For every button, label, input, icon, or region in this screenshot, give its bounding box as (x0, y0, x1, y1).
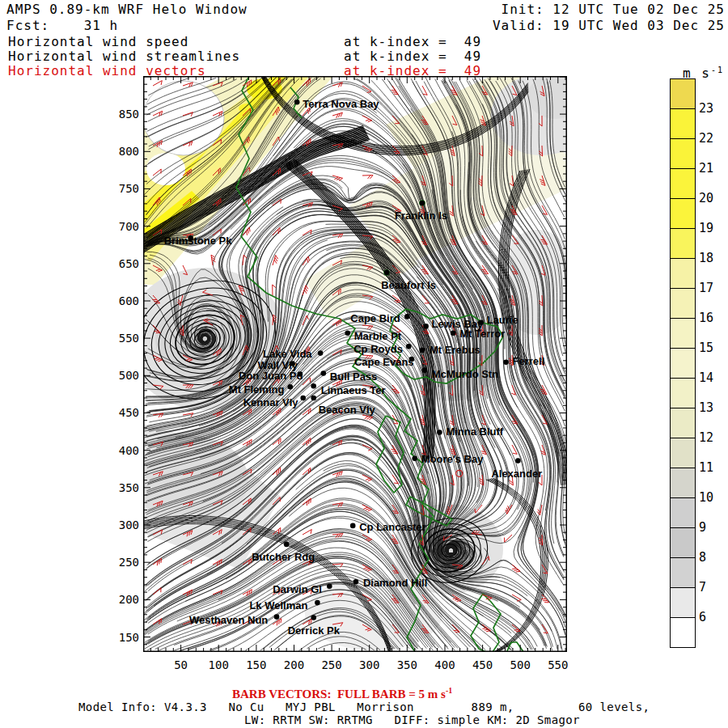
plot-title: AMPS 0.89-km WRF Helo Window (6, 2, 248, 17)
station-dot (412, 456, 417, 462)
station-dot (311, 383, 316, 389)
colorbar-tick-label: 23 (699, 101, 713, 116)
x-tick-label: 250 (314, 658, 349, 671)
station-dot (288, 384, 294, 390)
colorbar-tick-label: 13 (699, 400, 713, 415)
station-label: Lk Wellman (249, 599, 307, 612)
y-tick-label: 150 (102, 631, 139, 644)
field-level-speed: at k-index = 49 (344, 35, 481, 49)
station-label: Cape Bird (350, 312, 400, 324)
x-tick-label: 100 (201, 658, 236, 671)
station-label: Westhaven Nun (189, 614, 268, 626)
station-label: Beacon Vly (319, 404, 376, 416)
colorbar-cell (671, 319, 695, 349)
field-label-speed: Horizontal wind speed (8, 35, 188, 49)
colorbar-tick-label: 20 (699, 191, 713, 205)
station-dot (478, 320, 484, 325)
colorbar-tick-label: 17 (699, 281, 713, 295)
station-dot (284, 542, 290, 548)
station-dot (437, 430, 442, 435)
station-label: Derrick Pk (288, 624, 341, 637)
station-dot (294, 99, 300, 105)
colorbar-tick-label: 19 (699, 221, 713, 235)
colorbar-tick-label: 21 (699, 161, 713, 176)
station-dot (423, 324, 429, 329)
x-tick-label: 150 (239, 658, 274, 671)
amps-wrf-plot-page: AMPS 0.89-km WRF Helo Window Fcst: 31 h … (0, 0, 728, 728)
colorbar-cell (671, 289, 695, 319)
y-tick-label: 300 (102, 518, 139, 531)
x-tick-label: 300 (352, 658, 387, 671)
station-label: Diamond Hill (363, 577, 427, 589)
station-label: Minna Bluff (446, 425, 503, 438)
station-dot (315, 600, 320, 606)
colorbar-cell (671, 438, 695, 468)
map-plot-area: Terra Nova BayBrimstone PkFranklin IsBea… (143, 76, 567, 652)
y-tick-label: 450 (102, 406, 139, 419)
station-dot (321, 370, 327, 376)
x-tick-label: 500 (502, 658, 538, 671)
station-dot (420, 201, 425, 206)
station-label: Darwin Gl (273, 583, 322, 595)
colorbar-cell (671, 109, 695, 139)
y-tick-label: 600 (102, 294, 139, 307)
colorbar-cell (671, 408, 695, 438)
station-label: Mt Fleming (229, 383, 285, 396)
station-label: Terra Nova Bay (303, 98, 379, 110)
colorbar-tick-label: 12 (699, 430, 713, 445)
model-info-line2: LW: RRTM SW: RRTMG DIFF: simple KM: 2D S… (244, 713, 580, 726)
station-label: Bull Pass (330, 370, 378, 383)
x-tick-label: 350 (389, 658, 425, 671)
station-label: Beaufort Is (381, 279, 436, 291)
station-dot (422, 368, 428, 374)
colorbar-cell (671, 498, 695, 528)
wind-field-map: Terra Nova BayBrimstone PkFranklin IsBea… (143, 76, 567, 652)
y-tick-label: 850 (102, 108, 139, 121)
colorbar-cell (671, 468, 695, 498)
station-dot (503, 359, 509, 365)
model-info-line1: Model Info: V4.3.3 No Cu MYJ PBL Morriso… (78, 700, 650, 713)
x-tick-label: 200 (276, 658, 311, 671)
colorbar-tick-label: 11 (699, 460, 713, 475)
y-tick-label: 650 (102, 257, 139, 270)
station-dot (345, 330, 350, 336)
colorbar-cell (671, 199, 695, 229)
station-dot (384, 270, 390, 276)
colorbar-cell (671, 169, 695, 199)
station-label: Mt Erebus (430, 344, 480, 356)
forecast-hour: Fcst: 31 h (6, 19, 118, 33)
x-tick-label: 50 (163, 658, 199, 671)
station-dot (406, 344, 412, 349)
station-label: McMurdo Stn (432, 368, 498, 380)
colorbar-cell (671, 618, 695, 647)
field-label-streamlines: Horizontal wind streamlines (8, 49, 240, 64)
y-tick-label: 400 (102, 444, 139, 457)
colorbar-tick-label: 6 (699, 610, 706, 624)
colorbar-tick-label: 7 (699, 580, 706, 595)
station-label: Don Juan Pd (239, 370, 303, 382)
colorbar-cell (671, 139, 695, 169)
colorbar-cell (671, 229, 695, 259)
station-dot (318, 350, 324, 356)
y-tick-label: 800 (102, 145, 139, 158)
station-dot (327, 583, 332, 589)
station-label: Marble Pt (354, 330, 402, 342)
colorbar-cell (671, 528, 695, 558)
station-dot (274, 614, 280, 620)
valid-time: Valid: 19 UTC Wed 03 Dec 25 (401, 19, 725, 33)
colorbar-cell (671, 379, 695, 408)
colorbar-tick-label: 22 (699, 131, 713, 146)
y-tick-label: 700 (102, 220, 139, 233)
init-time: Init: 12 UTC Tue 02 Dec 25 (401, 2, 725, 17)
colorbar-tick-label: 8 (699, 550, 706, 565)
colorbar-cell (671, 79, 695, 109)
y-tick-label: 750 (102, 182, 139, 195)
station-label: Ferrell (513, 355, 545, 367)
station-dot (350, 523, 356, 529)
station-label: Moore's Bay (421, 453, 485, 465)
station-label: Laurie (487, 314, 518, 326)
station-label: Alexander (491, 468, 542, 480)
colorbar-tick-label: 9 (699, 520, 706, 535)
station-label: Cape Evans (354, 356, 414, 368)
station-dot (404, 314, 410, 320)
